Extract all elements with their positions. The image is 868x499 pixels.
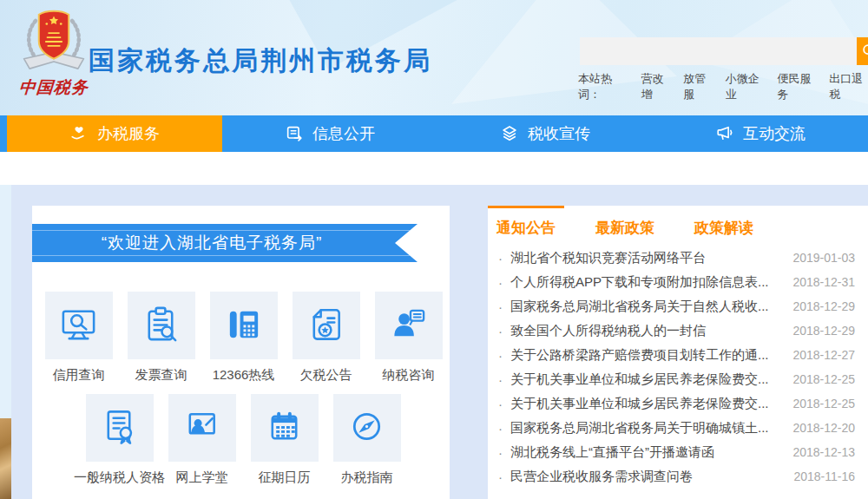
bullet-icon: · bbox=[498, 275, 503, 290]
nav-item-label: 税收宣传 bbox=[528, 123, 590, 144]
tab[interactable]: 政策解读 bbox=[686, 206, 762, 244]
layers-icon bbox=[500, 124, 519, 143]
background-photo bbox=[0, 418, 11, 499]
news-title: 民营企业税收服务需求调查问卷 bbox=[510, 469, 786, 485]
tab[interactable]: 通知公告 bbox=[488, 206, 564, 244]
hot-words-label: 本站热词： bbox=[578, 71, 628, 102]
bullet-icon: · bbox=[498, 372, 503, 387]
hot-word-link[interactable]: 放管服 bbox=[683, 71, 713, 102]
bullet-icon: · bbox=[498, 397, 503, 411]
invoice-search-icon bbox=[141, 304, 181, 348]
main-nav: 办税服务 信息公开 税收宣传 互动交流 bbox=[0, 115, 868, 152]
bullet-icon: · bbox=[498, 421, 503, 436]
service-item[interactable]: 发票查询 bbox=[120, 292, 202, 384]
nav-item[interactable]: 税收宣传 bbox=[437, 115, 653, 152]
news-title: 湖北省个税知识竞赛活动网络平台 bbox=[510, 250, 786, 266]
logo-caption: 中国税务 bbox=[11, 76, 96, 99]
eservice-panel: “欢迎进入湖北省电子税务局” 信用查询 发票查询 12366热线 欠税公告 bbox=[32, 206, 450, 499]
service-item[interactable]: 纳税咨询 bbox=[367, 292, 450, 384]
news-item[interactable]: · 国家税务总局湖北省税务局关于自然人税收... 2018-12-29 bbox=[488, 294, 855, 318]
news-date: 2018-11-16 bbox=[793, 469, 855, 483]
news-title: 个人所得税APP下载和专项附加扣除信息表... bbox=[510, 274, 786, 291]
service-label: 纳税咨询 bbox=[383, 367, 435, 384]
news-title: 致全国个人所得税纳税人的一封信 bbox=[510, 323, 786, 339]
notice-star-icon bbox=[306, 304, 346, 348]
hot-word-link[interactable]: 便民服务 bbox=[778, 71, 817, 102]
hot-word-link[interactable]: 小微企业 bbox=[726, 71, 765, 102]
service-label: 网上学堂 bbox=[176, 469, 228, 486]
hot-words-list: 营改增放管服小微企业便民服务出口退税 bbox=[641, 71, 868, 102]
monitor-search-icon bbox=[58, 304, 99, 348]
bullet-icon: · bbox=[498, 324, 503, 338]
megaphone-icon bbox=[715, 124, 734, 143]
news-item[interactable]: · 民营企业税收服务需求调查问卷 2018-11-16 bbox=[488, 464, 855, 489]
bullet-icon: · bbox=[498, 348, 503, 363]
news-date: 2018-12-25 bbox=[792, 397, 855, 410]
nav-item[interactable]: 互动交流 bbox=[653, 115, 868, 152]
service-item[interactable]: 征期日历 bbox=[243, 394, 326, 486]
news-title: 关于公路桥梁路产赔偿费项目划转工作的通... bbox=[510, 347, 786, 364]
hot-word-link[interactable]: 出口退税 bbox=[829, 71, 868, 102]
site-title: 国家税务总局荆州市税务局 bbox=[89, 43, 432, 79]
news-item[interactable]: · 个人所得税APP下载和专项附加扣除信息表... 2018-12-31 bbox=[488, 270, 855, 294]
news-item[interactable]: · 致全国个人所得税纳税人的一封信 2018-12-29 bbox=[488, 318, 855, 343]
news-date: 2018-12-13 bbox=[792, 445, 855, 459]
news-tabs: 通知公告最新政策政策解读 bbox=[488, 206, 855, 244]
service-item[interactable]: 欠税公告 bbox=[285, 292, 367, 384]
calendar-icon bbox=[264, 406, 305, 450]
header: 中国税务 国家税务总局荆州市税务局 本站热词： 营改增放管服小微企业便民服务出口… bbox=[0, 0, 868, 115]
news-date: 2018-12-29 bbox=[792, 299, 855, 313]
service-label: 信用查询 bbox=[53, 367, 105, 384]
search-input[interactable] bbox=[580, 37, 857, 65]
hot-words-bar: 本站热词： 营改增放管服小微企业便民服务出口退税 bbox=[578, 71, 868, 102]
search-icon bbox=[860, 42, 868, 62]
bullet-icon: · bbox=[498, 299, 503, 314]
news-item[interactable]: · 关于机关事业单位和城乡居民养老保险费交... 2018-12-25 bbox=[488, 367, 855, 391]
news-date: 2018-12-25 bbox=[792, 372, 855, 386]
service-item[interactable]: 一般纳税人资格 bbox=[78, 394, 161, 486]
china-tax-emblem-icon bbox=[12, 3, 95, 80]
consult-person-icon bbox=[388, 304, 429, 348]
page-edge bbox=[0, 185, 11, 418]
compass-icon bbox=[346, 406, 387, 450]
bullet-icon: · bbox=[498, 469, 503, 484]
news-item[interactable]: · 湖北税务线上“直播平台”开播邀请函 2018-12-13 bbox=[488, 440, 855, 464]
service-label: 12366热线 bbox=[213, 367, 275, 384]
news-panel: 通知公告最新政策政策解读 · 湖北省个税知识竞赛活动网络平台 2019-01-0… bbox=[488, 206, 868, 499]
bullet-icon: · bbox=[498, 445, 503, 460]
tab[interactable]: 最新政策 bbox=[587, 206, 663, 244]
service-item[interactable]: 办税指南 bbox=[326, 394, 408, 486]
welcome-banner[interactable]: “欢迎进入湖北省电子税务局” bbox=[32, 224, 418, 262]
service-item[interactable]: 信用查询 bbox=[37, 292, 120, 384]
service-label: 征期日历 bbox=[259, 469, 311, 486]
news-date: 2018-12-20 bbox=[792, 421, 855, 435]
news-date: 2018-12-29 bbox=[792, 324, 855, 338]
news-title: 国家税务总局湖北省税务局关于自然人税收... bbox=[510, 299, 786, 315]
services-row-2: 一般纳税人资格 网上学堂 征期日历 办税指南 bbox=[78, 394, 408, 486]
news-item[interactable]: · 关于机关事业单位和城乡居民养老保险费交... 2018-12-25 bbox=[488, 391, 855, 416]
nav-items: 办税服务 信息公开 税收宣传 互动交流 bbox=[7, 115, 868, 152]
news-title: 国家税务总局湖北省税务局关于明确城镇土... bbox=[510, 420, 786, 437]
hot-word-link[interactable]: 营改增 bbox=[641, 71, 671, 102]
nav-item[interactable]: 办税服务 bbox=[7, 115, 222, 152]
news-item[interactable]: · 湖北省个税知识竞赛活动网络平台 2019-01-03 bbox=[488, 246, 855, 270]
news-date: 2019-01-03 bbox=[792, 251, 855, 265]
news-list: · 湖北省个税知识竞赛活动网络平台 2019-01-03 · 个人所得税APP下… bbox=[488, 246, 855, 489]
news-item[interactable]: · 国家税务总局湖北省税务局关于明确城镇土... 2018-12-20 bbox=[488, 416, 855, 440]
service-item[interactable]: 12366热线 bbox=[202, 292, 285, 384]
hand-heart-icon bbox=[69, 124, 89, 143]
news-title: 关于机关事业单位和城乡居民养老保险费交... bbox=[510, 371, 786, 388]
search-button[interactable] bbox=[857, 37, 868, 65]
taxpayer-cert-icon bbox=[99, 406, 140, 450]
tax-emblem-logo[interactable]: 中国税务 bbox=[12, 3, 95, 99]
nav-item[interactable]: 信息公开 bbox=[222, 115, 437, 152]
news-item[interactable]: · 关于公路桥梁路产赔偿费项目划转工作的通... 2018-12-27 bbox=[488, 343, 855, 367]
online-school-icon bbox=[181, 406, 222, 450]
welcome-banner-text: “欢迎进入湖北省电子税务局” bbox=[32, 224, 418, 262]
nav-item-label: 信息公开 bbox=[312, 123, 375, 144]
nav-item-label: 办税服务 bbox=[97, 123, 160, 144]
service-item[interactable]: 网上学堂 bbox=[161, 394, 243, 486]
bullet-icon: · bbox=[498, 251, 503, 266]
hotline-phone-icon bbox=[223, 304, 264, 348]
news-date: 2018-12-27 bbox=[792, 348, 855, 362]
